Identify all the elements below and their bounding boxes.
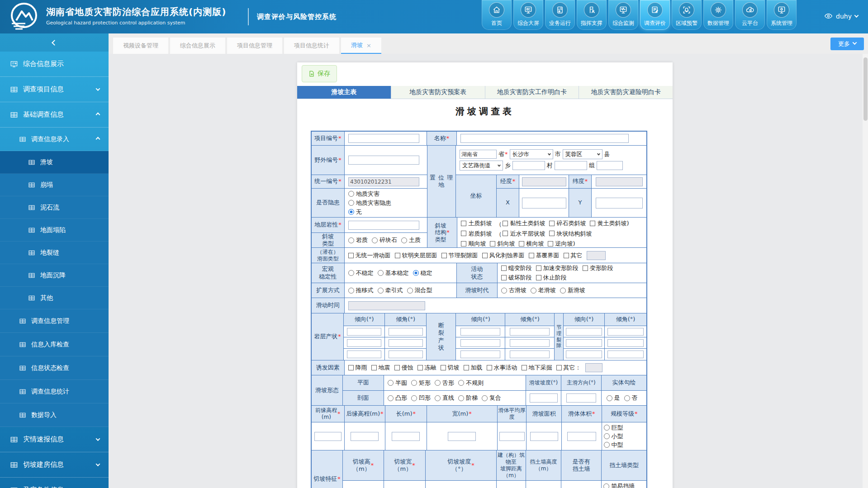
checkbox-option[interactable]: 块状结构斜坡 [549, 229, 592, 238]
avg-thickness-input[interactable] [499, 432, 525, 441]
checkbox-option[interactable]: 加载 [464, 364, 483, 372]
rock-dipang-input-2[interactable] [389, 339, 423, 347]
rock-dipdir-input-3[interactable] [347, 351, 381, 358]
checkbox-option[interactable]: 水事活动 [487, 364, 517, 372]
lithology-input[interactable] [348, 221, 419, 230]
group-input[interactable] [555, 161, 587, 170]
fault-dipang-input-2[interactable] [510, 339, 550, 347]
checkbox-option[interactable]: 其它 [564, 251, 583, 260]
radio-option[interactable]: 小型 [604, 432, 623, 441]
area-input[interactable] [530, 432, 558, 441]
joint-dipdir-input-2[interactable] [566, 339, 602, 347]
joint-dipdir-input-3[interactable] [566, 351, 602, 358]
sidebar-item-data-import[interactable]: 数据导入 [0, 403, 109, 427]
checkbox-option[interactable]: 其它： [556, 364, 581, 372]
radio-option[interactable]: 中型 [604, 441, 623, 449]
checkbox-option[interactable]: 蠕变阶段 [501, 264, 532, 273]
county-select[interactable]: 芙蓉区 [563, 149, 602, 159]
tab-project-mgmt[interactable]: 项目信息管理 [227, 38, 282, 54]
sidebar-item-other[interactable]: 其他 [0, 287, 109, 309]
form-tab-main[interactable]: 滑坡主表 [297, 86, 391, 99]
vertical-scrollbar[interactable] [863, 54, 868, 488]
sidebar-item-info-display[interactable]: 综合信息展示 [0, 52, 109, 77]
main-slide-dir-input[interactable] [566, 393, 596, 403]
checkbox-option[interactable]: 土质斜坡 [461, 218, 492, 228]
group2-input[interactable] [597, 161, 623, 170]
checkbox-option[interactable]: 冻融 [417, 364, 436, 372]
fault-dipang-input-1[interactable] [510, 328, 550, 336]
trigger-other-input[interactable] [585, 363, 602, 372]
nav-monitoring[interactable]: 综合监测 [608, 0, 638, 30]
name-input[interactable] [460, 134, 629, 143]
sidebar-item-slope-housing-info[interactable]: 切坡建房信息 [0, 452, 109, 478]
sidebar-item-ground-subsidence[interactable]: 地面沉降 [0, 264, 109, 287]
sidebar-item-survey-project-info[interactable]: 调查项目信息 [0, 77, 109, 102]
front-elevation-input[interactable] [314, 432, 342, 441]
field-no-input[interactable] [348, 156, 419, 165]
checkbox-option[interactable]: 休止阶段 [536, 273, 567, 282]
rear-elevation-input[interactable] [351, 432, 379, 441]
checkbox-option[interactable]: 节理裂隙面 [441, 251, 478, 260]
city-select[interactable]: 长沙市 [510, 149, 553, 159]
radio-option[interactable]: 无 [348, 208, 391, 216]
joint-dipang-input-2[interactable] [607, 339, 644, 347]
radio-option[interactable]: 老滑坡 [531, 286, 556, 294]
radio-option[interactable]: 古滑坡 [501, 286, 526, 294]
radio-option[interactable]: 基本稳定 [378, 269, 409, 277]
rock-dipang-input-1[interactable] [389, 328, 423, 336]
joint-dipang-input-1[interactable] [607, 328, 644, 336]
checkbox-option[interactable]: 碎石类斜坡 [549, 218, 586, 228]
checkbox-option[interactable]: 岩质斜坡 [461, 229, 492, 238]
tab-video-device[interactable]: 视频设备管理 [113, 38, 168, 54]
radio-option[interactable]: 碎块石 [372, 236, 397, 244]
fault-dipdir-input-1[interactable] [460, 328, 500, 336]
form-tab-avoidance-card[interactable]: 地质灾害防灾避险明白卡 [579, 86, 673, 99]
radio-option[interactable]: 矩形 [411, 379, 431, 387]
sidebar-item-survey-info-stats[interactable]: 调查信息统计 [0, 380, 109, 403]
checkbox-option[interactable]: 切坡 [441, 364, 460, 372]
checkbox-option[interactable]: 黄土类斜坡) [590, 218, 629, 228]
sidebar-item-info-storage-check[interactable]: 信息入库检查 [0, 333, 109, 356]
tab-project-stats[interactable]: 项目信息统计 [284, 38, 339, 54]
user-menu[interactable]: duhy [824, 12, 858, 20]
nav-business-ops[interactable]: 业务运行 [545, 0, 575, 30]
checkbox-option[interactable]: 斜向坡 [490, 239, 515, 248]
radio-option[interactable]: 岩质 [348, 236, 368, 244]
checkbox-option[interactable]: 软弱夹层层面 [395, 251, 437, 260]
checkbox-option[interactable]: 横向坡 [519, 239, 544, 248]
radio-option[interactable]: 是 [607, 394, 620, 402]
radio-option[interactable]: 土质 [401, 236, 421, 244]
length-input[interactable] [392, 432, 420, 441]
sidebar-item-ground-collapse[interactable]: 地面塌陷 [0, 219, 109, 242]
village-input[interactable] [512, 161, 545, 170]
scrollbar-thumb[interactable] [863, 57, 868, 121]
joint-dipang-input-3[interactable] [607, 351, 644, 358]
slope-degree-input[interactable] [530, 393, 558, 403]
rock-dipdir-input-1[interactable] [347, 328, 381, 336]
radio-option[interactable]: 直线 [435, 394, 454, 402]
checkbox-option[interactable]: 基覆界面 [529, 251, 560, 260]
y-input[interactable] [596, 198, 643, 208]
checkbox-option[interactable]: 侵蚀 [394, 364, 413, 372]
radio-option[interactable]: 稳定 [413, 269, 432, 277]
nav-command-support[interactable]: 指挥支撑 [577, 0, 607, 30]
save-button[interactable]: 保存 [302, 65, 337, 82]
checkbox-option[interactable]: 无统一滑动面 [348, 251, 391, 260]
checkbox-option[interactable]: 顺向坡 [461, 239, 486, 248]
radio-option[interactable]: 否 [624, 394, 638, 402]
sidebar-item-hazard-condition-info[interactable]: 孕灾条件信息 [0, 478, 109, 488]
checkbox-option[interactable]: 降雨 [348, 364, 367, 372]
close-icon[interactable]: × [366, 42, 371, 49]
checkbox-option[interactable]: 加速变形阶段 [536, 264, 579, 273]
radio-option[interactable]: 新滑坡 [560, 286, 585, 294]
radio-option[interactable]: 牵引式 [378, 286, 403, 294]
province-input[interactable] [460, 150, 497, 159]
checkbox-option[interactable]: 变形阶段 [583, 264, 613, 273]
width-input[interactable] [448, 432, 476, 441]
sidebar-item-disaster-report-info[interactable]: 灾情速报信息 [0, 427, 109, 452]
radio-option[interactable]: 不稳定 [348, 269, 374, 277]
slip-surface-other-input[interactable] [587, 251, 606, 260]
checkbox-option[interactable]: 黏性土类斜坡 [503, 218, 545, 228]
radio-option[interactable]: 复合 [482, 394, 501, 402]
radio-option[interactable]: 推移式 [348, 286, 374, 294]
